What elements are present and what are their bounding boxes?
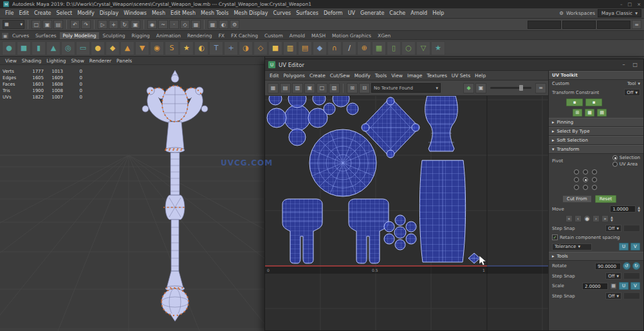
uv-menu-5[interactable]: Tools (373, 73, 389, 79)
shelf-boolean-difference-icon[interactable]: ◇ (253, 41, 268, 55)
pivot-pos-ne[interactable] (592, 169, 597, 175)
spinner-down-icon[interactable]: ▼ (638, 209, 640, 213)
pivot-pos-center[interactable] (583, 177, 588, 182)
scale-tool-icon[interactable]: ▣ (131, 20, 140, 29)
menu-10[interactable]: Mesh Display (231, 10, 270, 17)
shelf-cube-icon[interactable]: ■ (17, 41, 31, 55)
workspace-selector[interactable]: Maya Classic ▾ (598, 9, 641, 17)
shelf-helix-icon[interactable]: S (165, 41, 179, 55)
shelf-boolean-union-icon[interactable]: ◑ (239, 41, 253, 55)
shelf-pipe-icon[interactable]: ◉ (150, 41, 164, 55)
uv-menu-8[interactable]: Textures (425, 73, 448, 79)
shelf-soccer-icon[interactable]: ◐ (194, 41, 208, 55)
pivot-uv-area-radio[interactable] (612, 162, 618, 167)
shelf-tab-4[interactable]: Rigging (128, 32, 152, 39)
move-left-button[interactable]: ‹ (575, 215, 582, 222)
tolerance-dropdown[interactable]: Tolerance ▾ (552, 243, 592, 251)
uv-minimize-button[interactable]: – (622, 62, 625, 68)
shelf-tab-12[interactable]: Motion Graphics (329, 32, 374, 39)
close-button[interactable]: × (637, 2, 641, 7)
menu-set-selector[interactable]: ▦ ▾ (3, 20, 24, 29)
uv-wireframe-toggle-icon[interactable]: ▥ (292, 83, 303, 93)
shelf-separate-icon[interactable]: ▥ (283, 41, 297, 55)
panel-menu-1[interactable]: Shading (20, 58, 43, 64)
image-ratio-icon[interactable]: ▣ (475, 83, 486, 93)
panel-menu-3[interactable]: Show (69, 58, 86, 64)
move-far-right-button[interactable]: » (602, 215, 609, 222)
panel-menu-0[interactable]: View (3, 58, 19, 64)
uv-tile-grid-icon[interactable]: ⊞ (347, 83, 358, 93)
menu-12[interactable]: Surfaces (293, 10, 321, 17)
menu-14[interactable]: UV (345, 10, 358, 17)
input-field-x[interactable] (528, 21, 561, 29)
shelf-tab-8[interactable]: FX Caching (228, 32, 261, 39)
pivot-pos-n[interactable] (583, 169, 588, 175)
uv-shaded-toggle-icon[interactable]: ▤ (280, 83, 291, 93)
section-tools[interactable]: ▸ Tools (549, 252, 643, 261)
snap-to-curve-icon[interactable]: ~ (158, 20, 168, 29)
uv-menu-0[interactable]: Edit (268, 73, 281, 79)
menu-16[interactable]: Cache (387, 10, 408, 17)
uv-sew-quick-button[interactable]: ▪ (585, 99, 602, 106)
shelf-tab-5[interactable]: Animation (153, 32, 184, 39)
rotate-ccw-button[interactable]: ↺ (623, 262, 630, 270)
more-options-icon[interactable]: ≡ (535, 83, 546, 93)
scale-v-button[interactable]: V (630, 282, 640, 290)
menu-17[interactable]: Arnold (408, 10, 430, 17)
redo-icon[interactable]: ↷ (81, 20, 91, 29)
shelf-mirror-icon[interactable]: ▯ (387, 41, 401, 55)
input-field-z[interactable] (597, 21, 630, 29)
pivot-pos-se[interactable] (592, 185, 597, 190)
uv-grid-quick-button[interactable]: ⊞ (573, 109, 582, 117)
shelf-tab-11[interactable]: MASH (308, 32, 329, 39)
move-step-snap-dropdown[interactable]: Off ▾ (605, 225, 621, 232)
save-scene-icon[interactable]: ▤ (53, 20, 63, 29)
section-pinning[interactable]: ▸ Pinning (549, 118, 643, 127)
shelf-disc-icon[interactable]: ● (91, 41, 105, 55)
move-tool-icon[interactable]: + (109, 20, 118, 29)
menu-3[interactable]: Select (53, 10, 75, 17)
pivot-pos-nw[interactable] (574, 169, 579, 175)
ipr-render-icon[interactable]: ◐ (219, 20, 228, 29)
shelf-sphere-icon[interactable]: ● (2, 41, 16, 55)
shelf-target-weld-icon[interactable]: ⊕ (357, 41, 371, 55)
shelf-menu-icon[interactable]: ▦ (1, 32, 9, 39)
reset-button[interactable]: Reset (595, 195, 617, 203)
uv-menu-1[interactable]: Polygons (282, 73, 307, 79)
open-scene-icon[interactable]: ▣ (42, 20, 52, 29)
shelf-reduce-icon[interactable]: ▽ (416, 41, 430, 55)
section-transform[interactable]: ▾ Transform (549, 145, 643, 154)
render-settings-icon[interactable]: ⚙ (230, 20, 239, 29)
slider-thumb[interactable] (519, 85, 523, 91)
rotate-tool-icon[interactable]: ↻ (120, 20, 129, 29)
rotate-value-input[interactable]: 90.0000 (595, 263, 621, 270)
shelf-tab-9[interactable]: Custom (261, 32, 286, 39)
transform-constraint-dropdown[interactable]: Off ▾ (624, 89, 640, 96)
shelf-multicut-icon[interactable]: / (342, 41, 356, 55)
uv-menu-4[interactable]: Modify (353, 73, 373, 79)
pivot-pos-s[interactable] (583, 185, 588, 190)
panel-menu-2[interactable]: Lighting (44, 58, 68, 64)
shelf-pyramid-icon[interactable]: ▲ (120, 41, 134, 55)
uv-menu-10[interactable]: Help (473, 73, 488, 79)
menu-5[interactable]: Display (97, 10, 122, 17)
uv-borders-toggle-icon[interactable]: □ (317, 83, 327, 93)
shelf-tab-1[interactable]: Surfaces (32, 32, 59, 39)
texture-dropdown[interactable]: No Texture Found ▾ (371, 83, 441, 93)
snap-to-grid-icon[interactable]: ◉ (147, 20, 157, 29)
uv-menu-9[interactable]: UV Sets (450, 73, 472, 79)
shelf-tab-0[interactable]: Curves (9, 32, 32, 39)
scale-value-input[interactable]: 2.0000 (582, 283, 608, 290)
pivot-selection-radio[interactable] (612, 155, 618, 160)
uv-pixel-snap-icon[interactable]: ⊟ (359, 83, 370, 93)
menu-13[interactable]: Deform (321, 10, 345, 17)
uv-menu-2[interactable]: Create (308, 73, 327, 79)
uv-menu-3[interactable]: Cut/Sew (328, 73, 352, 79)
uv-editor-titlebar[interactable]: U UV Editor – □ (265, 59, 643, 71)
minimize-button[interactable]: – (620, 2, 623, 7)
uv-maximize-button[interactable]: □ (632, 62, 638, 68)
menu-11[interactable]: Curves (270, 10, 293, 17)
shelf-tab-10[interactable]: Arnold (286, 32, 308, 39)
perspective-viewport[interactable]: ViewShadingLightingShowRendererPanels Ve… (0, 57, 265, 331)
uv-menu-7[interactable]: Image (405, 73, 425, 79)
